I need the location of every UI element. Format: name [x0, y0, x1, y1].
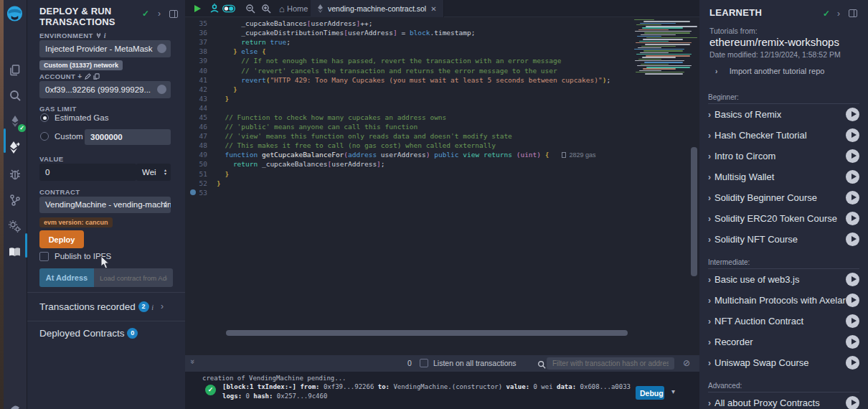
sign-message-icon[interactable] — [85, 73, 91, 80]
tutorial-item[interactable]: ›Multichain Protocols with Axelar — [708, 290, 859, 311]
vertical-scrollbar[interactable] — [691, 147, 697, 276]
deployed-contracts-row[interactable]: Deployed Contracts 0 — [39, 328, 138, 339]
at-address-input[interactable] — [94, 268, 173, 287]
import-repo-row[interactable]: › Import another tutorial repo — [715, 66, 824, 76]
terminal-filter-input[interactable] — [547, 357, 674, 370]
listen-all-checkbox[interactable] — [420, 359, 428, 367]
learneth-collapse-icon[interactable]: › — [837, 9, 840, 19]
line-number[interactable]: 40 — [185, 67, 217, 75]
play-tutorial-icon[interactable] — [846, 149, 859, 163]
debugger-icon[interactable] — [6, 165, 24, 183]
line-number[interactable]: 48 — [185, 141, 217, 149]
learneth-icon[interactable] — [6, 243, 24, 261]
line-number[interactable]: 50 — [185, 160, 217, 168]
play-tutorial-icon[interactable] — [846, 273, 859, 286]
play-tutorial-icon[interactable] — [846, 314, 859, 328]
at-address-button[interactable]: At Address — [39, 268, 94, 287]
unit-stepper-icon[interactable]: ▴▾ — [164, 169, 166, 176]
panel-pin-icon[interactable] — [169, 10, 178, 18]
play-tutorial-icon[interactable] — [846, 293, 859, 307]
tutorial-item[interactable]: ›Basics of Remix — [708, 104, 859, 125]
tutorial-item[interactable]: ›NFT Auction Contract — [708, 311, 859, 332]
copy-account-icon[interactable] — [93, 73, 100, 80]
horizontal-scrollbar[interactable] — [226, 330, 628, 336]
line-number[interactable]: 51 — [185, 170, 217, 178]
debug-button[interactable]: Debug — [636, 386, 664, 400]
home-tab[interactable]: Home — [287, 4, 308, 13]
line-number[interactable]: 46 — [185, 123, 217, 131]
copilot-toggle[interactable] — [222, 2, 235, 15]
publish-ipfs-checkbox[interactable] — [39, 252, 49, 261]
remix-logo-icon[interactable] — [6, 4, 24, 22]
remix-ai-icon[interactable] — [208, 2, 221, 15]
tab-close-icon[interactable]: ✕ — [430, 5, 436, 13]
transactions-expand-icon[interactable]: › — [161, 301, 164, 311]
value-input[interactable] — [39, 164, 136, 181]
transactions-recorded-row[interactable]: Transactions recorded 2 i — [39, 301, 154, 312]
tutorial-item[interactable]: ›Multisig Wallet — [708, 166, 859, 187]
play-tutorial-icon[interactable] — [846, 128, 859, 142]
line-number[interactable]: 41 — [185, 76, 217, 84]
play-tutorial-icon[interactable] — [846, 170, 859, 184]
add-account-icon[interactable]: + — [77, 72, 82, 80]
minimap[interactable] — [631, 19, 692, 91]
tutorial-item[interactable]: ›Basic use of web3.js — [708, 269, 859, 290]
play-tutorial-icon[interactable] — [846, 396, 859, 409]
search-icon[interactable] — [6, 86, 24, 104]
play-tutorial-icon[interactable] — [846, 108, 859, 121]
contract-stepper-icon[interactable]: ▴▾ — [164, 201, 166, 208]
estimated-gas-radio[interactable] — [40, 113, 49, 122]
tutorial-item[interactable]: ›All about Proxy Contracts — [708, 392, 859, 409]
environment-select[interactable]: Injected Provider - MetaMask — [39, 40, 171, 57]
value-unit-select[interactable]: Wei ▴▾ — [136, 164, 171, 181]
line-number[interactable]: 37 — [185, 38, 217, 46]
line-number[interactable]: 52 — [185, 179, 217, 187]
line-number[interactable]: 47 — [185, 132, 217, 140]
deploy-button[interactable]: Deploy — [39, 230, 84, 248]
panel-collapse-icon[interactable]: › — [158, 9, 161, 19]
tutorial-item[interactable]: ›Solidity Beginner Course — [708, 187, 859, 208]
tutorial-item[interactable]: ›Uniswap Swap Course — [708, 352, 859, 373]
contract-select[interactable]: VendingMachine - vending-machin ▴▾ — [39, 197, 171, 213]
source-control-icon[interactable] — [6, 191, 24, 209]
line-number[interactable]: 42 — [185, 85, 217, 93]
play-tutorial-icon[interactable] — [846, 356, 859, 370]
zoom-in-icon[interactable] — [260, 2, 273, 15]
terminal-expand-icon[interactable]: » — [189, 359, 197, 364]
line-number[interactable]: 44 — [185, 104, 217, 112]
plug-icon[interactable] — [95, 32, 102, 39]
custom-gas-radio[interactable] — [40, 132, 49, 141]
file-explorer-icon[interactable] — [6, 61, 24, 79]
line-number[interactable]: 49 — [185, 151, 217, 159]
run-script-icon[interactable] — [191, 2, 204, 15]
learneth-pin-icon[interactable] — [849, 9, 857, 17]
code-editor[interactable]: 35 _cupcakeBalances[userAddress]++;36 _c… — [185, 17, 699, 355]
tx-expand-chevron-icon[interactable]: ▾ — [671, 387, 675, 395]
account-select[interactable]: 0xf39...92266 (9999.99929... — [39, 81, 171, 98]
environment-info-icon[interactable]: i — [104, 32, 106, 39]
solidity-compiler-icon[interactable]: ✓ — [6, 112, 24, 130]
line-number[interactable]: 36 — [185, 29, 217, 37]
tutorial-item[interactable]: ›Solidity ERC20 Token Course — [708, 208, 859, 229]
file-tab[interactable]: vending-machine-contract.sol ✕ — [311, 0, 444, 17]
line-number[interactable]: 43 — [185, 95, 217, 103]
tx-log-entry[interactable]: [block:1 txIndex:-] from: 0xf39...92266 … — [222, 382, 631, 401]
line-number[interactable]: 45 — [185, 113, 217, 121]
line-number[interactable]: 38 — [185, 47, 217, 55]
tutorial-item[interactable]: ›Recorder — [708, 332, 859, 352]
bottom-plugin-icon[interactable] — [6, 399, 24, 409]
line-number[interactable]: 39 — [185, 57, 217, 65]
transactions-info-icon[interactable]: i — [151, 304, 154, 311]
play-tutorial-icon[interactable] — [846, 191, 859, 204]
environment-settings-icon[interactable] — [157, 44, 166, 53]
zoom-out-icon[interactable] — [244, 2, 257, 15]
play-tutorial-icon[interactable] — [846, 232, 859, 246]
account-settings-icon[interactable] — [157, 85, 166, 94]
clear-console-icon[interactable]: ⊘ — [683, 358, 690, 368]
deploy-run-icon[interactable] — [6, 138, 24, 156]
play-tutorial-icon[interactable] — [846, 212, 859, 225]
tutorial-item[interactable]: ›Solidity NFT Course — [708, 229, 859, 250]
custom-gas-input[interactable] — [85, 129, 171, 145]
play-tutorial-icon[interactable] — [846, 335, 859, 349]
tutorial-item[interactable]: ›Hash Checker Tutorial — [708, 125, 859, 146]
